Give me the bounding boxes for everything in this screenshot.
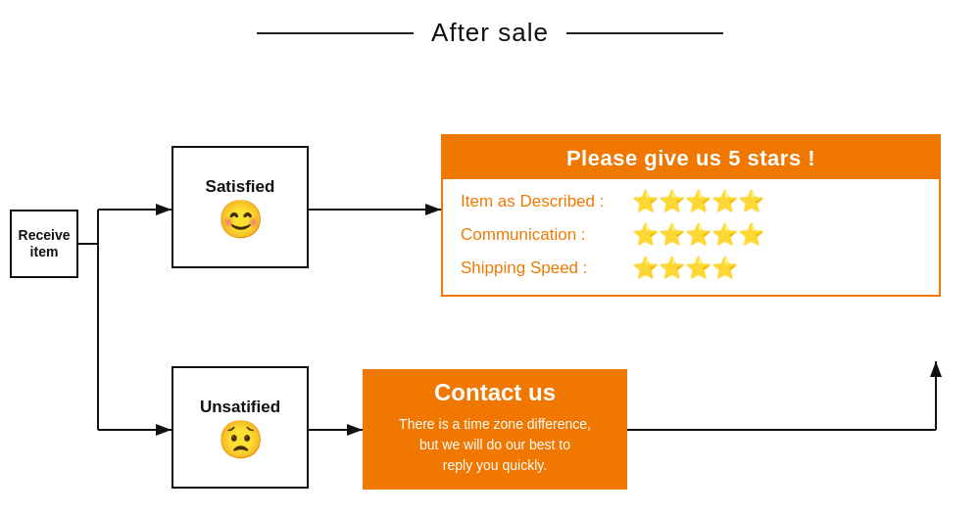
stars-row-shipping: Shipping Speed : ⭐⭐⭐⭐ xyxy=(461,256,921,281)
stars-row-communication: Communication : ⭐⭐⭐⭐⭐ xyxy=(461,222,921,248)
page: After sale Receiveitem Satisfied 😊 Unsat… xyxy=(0,0,980,516)
stars-shipping-icons: ⭐⭐⭐⭐ xyxy=(632,256,738,281)
header-line-left xyxy=(257,32,414,34)
frowny-icon: 😟 xyxy=(218,421,264,458)
stars-row-shipping-label: Shipping Speed : xyxy=(461,258,632,278)
contact-us-box: Contact us There is a time zone differen… xyxy=(363,369,627,490)
diagram: Receiveitem Satisfied 😊 Unsatified 😟 Ple… xyxy=(0,58,980,508)
stars-header: Please give us 5 stars ! xyxy=(443,136,939,179)
stars-row-communication-label: Communication : xyxy=(461,225,632,245)
stars-communication-icons: ⭐⭐⭐⭐⭐ xyxy=(632,222,764,248)
header-line-right xyxy=(566,32,723,34)
receive-item-label: Receiveitem xyxy=(19,227,71,260)
contact-us-description: There is a time zone difference,but we w… xyxy=(363,410,627,490)
smiley-icon: 😊 xyxy=(218,201,264,238)
satisfied-label: Satisfied xyxy=(206,177,275,197)
stars-box: Please give us 5 stars ! Item as Describ… xyxy=(441,134,941,297)
unsatisfied-box: Unsatified 😟 xyxy=(172,366,309,489)
unsatisfied-label: Unsatified xyxy=(200,398,280,417)
header: After sale xyxy=(0,0,980,48)
stars-row-described: Item as Described : ⭐⭐⭐⭐⭐ xyxy=(461,189,921,214)
stars-row-described-label: Item as Described : xyxy=(461,192,632,211)
page-title: After sale xyxy=(414,18,566,48)
contact-us-title: Contact us xyxy=(363,369,627,410)
receive-item-box: Receiveitem xyxy=(10,210,78,278)
stars-described-icons: ⭐⭐⭐⭐⭐ xyxy=(632,189,764,214)
satisfied-box: Satisfied 😊 xyxy=(172,146,309,268)
stars-content: Item as Described : ⭐⭐⭐⭐⭐ Communication … xyxy=(443,179,939,295)
